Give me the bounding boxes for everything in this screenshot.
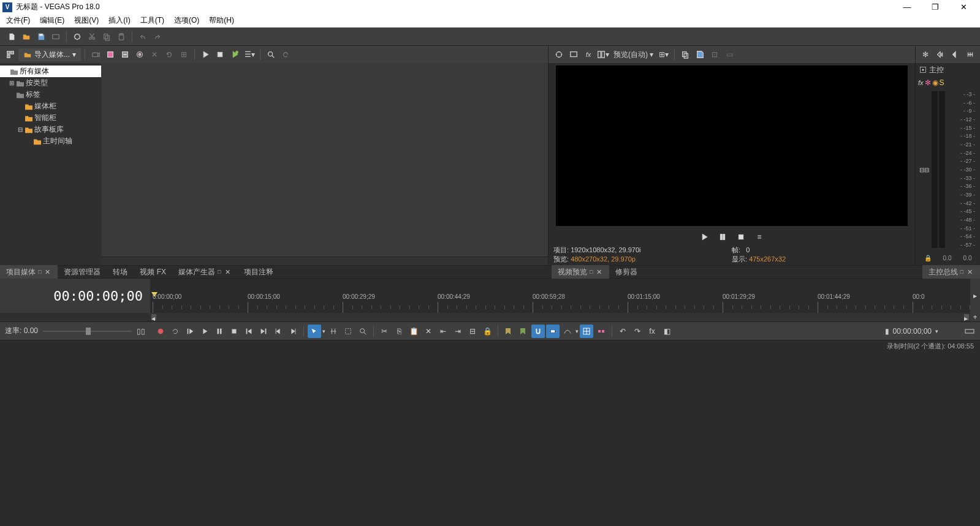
preview-menu-icon[interactable]: ≡ [753, 230, 766, 244]
fx-mute-icon[interactable]: ◉ [932, 78, 938, 87]
master-mute-icon[interactable] [949, 48, 962, 61]
tab-video-fx[interactable]: 视频 FX [134, 265, 172, 279]
tree-tags[interactable]: 标签 [0, 89, 101, 100]
preview-play-icon[interactable] [697, 230, 711, 244]
auto-ripple-icon[interactable] [546, 325, 560, 338]
lock-tl-icon[interactable]: 🔒 [481, 325, 494, 338]
tab-trimmer[interactable]: 修剪器 [609, 265, 644, 279]
timeline-ruler[interactable]: 0:00:00;0000:00:15;0000:00:29;2900:00:44… [150, 279, 970, 313]
play-from-start-icon[interactable] [183, 325, 197, 338]
tab-close-icon[interactable]: ✕ [44, 268, 51, 276]
zoom-tool-icon[interactable] [356, 325, 370, 338]
master-downmix-icon[interactable] [963, 48, 977, 61]
tab-close-icon[interactable]: ✕ [966, 268, 974, 276]
media-play-icon[interactable] [199, 48, 212, 61]
tree-main-timeline[interactable]: 主时间轴 [0, 135, 101, 147]
rate-toggle-icon[interactable]: ▯▯ [137, 327, 145, 336]
tab-master-bus[interactable]: 主控总线 □ ✕ [922, 265, 980, 279]
close-button[interactable]: ✕ [949, 0, 978, 14]
marker-out-icon[interactable] [517, 325, 530, 338]
preview-properties-icon[interactable] [552, 48, 566, 61]
get-media-icon[interactable] [104, 48, 117, 61]
trim-end-icon[interactable]: ⇥ [451, 325, 465, 338]
tree-all-media[interactable]: 所有媒体 [0, 66, 101, 77]
selection-tool-icon[interactable] [327, 325, 340, 338]
add-track-icon[interactable]: + [970, 313, 980, 321]
event-fx-icon[interactable]: fx [645, 325, 659, 338]
preview-stop-icon[interactable] [734, 230, 748, 244]
timeline-timecode[interactable]: ▮ 00:00:00;00 ▾ [880, 327, 943, 336]
minimize-button[interactable]: — [893, 0, 921, 14]
menu-tools[interactable]: 工具(T) [137, 14, 168, 27]
menu-edit[interactable]: 编辑(E) [36, 14, 68, 27]
redo-tl-icon[interactable]: ↷ [631, 325, 644, 338]
open-icon[interactable] [20, 30, 33, 43]
timeline-marker-button[interactable]: ▸ [970, 279, 980, 313]
media-fx-icon[interactable] [133, 48, 146, 61]
preview-copy-icon[interactable] [678, 48, 692, 61]
preview-monitor-icon[interactable]: ▭ [723, 48, 736, 61]
media-tree[interactable]: 所有媒体 ⊞按类型 标签 媒体柜 智能柜 ⊟故事板库 主时间轴 [0, 63, 101, 265]
cut-tl-icon[interactable]: ✂ [378, 325, 391, 338]
preview-save-icon[interactable] [693, 48, 707, 61]
media-hscrollbar[interactable] [101, 257, 548, 265]
tab-project-notes[interactable]: 项目注释 [238, 265, 279, 279]
split-icon[interactable]: ⊟ [466, 325, 479, 338]
scroll-thumb-left[interactable]: ◂ [151, 314, 156, 320]
normal-edit-tool-icon[interactable] [308, 325, 321, 338]
media-search-icon[interactable] [264, 48, 278, 61]
preview-quality-dropdown[interactable]: 预览(自动) ▾ [611, 50, 656, 60]
paste-tl-icon[interactable]: 📋 [407, 325, 420, 338]
play-icon[interactable] [198, 325, 211, 338]
ripple-edit-icon[interactable] [594, 325, 608, 338]
tree-storyboard[interactable]: ⊟故事板库 [0, 124, 101, 135]
preview-pause-icon[interactable] [716, 230, 729, 244]
tab-video-preview[interactable]: 视频预览 □ ✕ [552, 265, 609, 279]
remove-media-icon[interactable] [118, 48, 132, 61]
media-properties-icon[interactable]: ⊞ [177, 48, 191, 61]
preview-grid-icon[interactable]: ⊞▾ [657, 48, 670, 61]
preview-video-area[interactable] [556, 66, 908, 226]
paste-icon[interactable] [115, 30, 128, 43]
scroll-thumb-right[interactable]: ▸ [964, 314, 969, 320]
lock-icon[interactable]: 🔒 [924, 255, 932, 261]
tab-media-generators[interactable]: 媒体产生器 □ ✕ [172, 265, 237, 279]
tab-transitions[interactable]: 转场 [107, 265, 134, 279]
import-media-button[interactable]: 导入媒体... ▾ [18, 48, 81, 61]
menu-file[interactable]: 文件(F) [2, 14, 34, 27]
fx-solo-icon[interactable]: S [940, 78, 944, 87]
undo-icon[interactable] [136, 30, 150, 43]
tree-bins[interactable]: 媒体柜 [0, 100, 101, 112]
snap-icon[interactable] [531, 325, 545, 338]
meter-right[interactable] [939, 91, 945, 248]
fx-gear-icon[interactable]: ✻ [925, 78, 931, 87]
preview-scope-icon[interactable]: ⊡ [708, 48, 721, 61]
cut-icon[interactable] [85, 30, 99, 43]
media-list-icon[interactable]: ☰▾ [243, 48, 256, 61]
media-close-icon[interactable]: ✕ [148, 48, 161, 61]
media-view-icon[interactable] [4, 48, 17, 61]
menu-options[interactable]: 选项(O) [170, 14, 203, 27]
capture-icon[interactable] [89, 48, 102, 61]
media-refresh-icon[interactable] [162, 48, 176, 61]
timecode-display[interactable]: 00:00:00;00 [0, 279, 150, 313]
tab-close-icon[interactable]: ✕ [595, 268, 603, 276]
marker-in-icon[interactable] [502, 325, 515, 338]
save-icon[interactable] [34, 30, 48, 43]
preview-external-icon[interactable] [567, 48, 580, 61]
delete-tl-icon[interactable]: ✕ [422, 325, 435, 338]
prev-frame-icon[interactable] [272, 325, 285, 338]
record-icon[interactable] [154, 325, 167, 338]
media-back-icon[interactable] [279, 48, 292, 61]
undo-tl-icon[interactable]: ↶ [616, 325, 629, 338]
go-end-icon[interactable] [257, 325, 270, 338]
loop-region-icon[interactable] [963, 325, 976, 338]
auto-crossfade-icon[interactable] [561, 325, 574, 338]
menu-view[interactable]: 视图(V) [70, 14, 102, 27]
rate-slider[interactable] [43, 328, 132, 334]
quantize-icon[interactable] [580, 325, 593, 338]
media-stop-icon[interactable] [213, 48, 227, 61]
new-icon[interactable] [5, 30, 18, 43]
menu-help[interactable]: 帮助(H) [205, 14, 238, 27]
trim-start-icon[interactable]: ⇤ [436, 325, 450, 338]
